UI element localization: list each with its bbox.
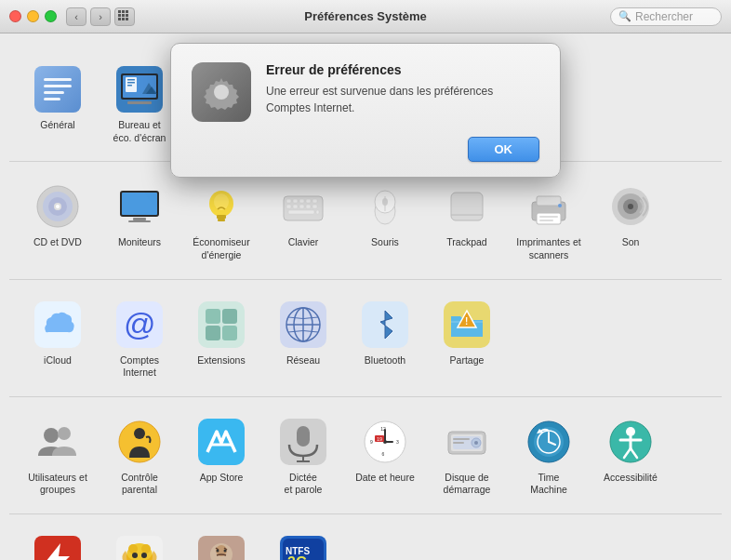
close-button[interactable] [9,10,21,22]
back-button[interactable]: ‹ [66,7,86,26]
nav-buttons: ‹ › [66,7,111,26]
error-dialog: Erreur de préférences Une erreur est sur… [170,43,561,178]
dialog-title: Erreur de préférences [266,62,539,77]
svg-rect-0 [118,10,121,13]
svg-rect-3 [118,14,121,17]
search-box[interactable]: 🔍 Rechercher [610,7,722,26]
dialog-text-area: Erreur de préférences Une erreur est sur… [266,62,539,116]
svg-rect-2 [126,10,128,13]
dialog-buttons: OK [192,137,539,162]
minimize-button[interactable] [27,10,39,22]
svg-rect-1 [122,10,125,13]
window-title: Préférences Système [304,9,427,23]
dialog-message: Une erreur est survenue dans les préfére… [266,83,539,116]
maximize-button[interactable] [45,10,57,22]
svg-rect-4 [122,14,125,17]
ok-button[interactable]: OK [468,137,540,162]
svg-point-148 [214,85,229,100]
window-controls [9,10,57,22]
svg-rect-5 [126,14,128,17]
svg-rect-6 [118,18,121,20]
grid-view-button[interactable] [114,7,135,26]
main-content: Général Bureau [0,33,731,560]
dialog-overlay: Erreur de préférences Une erreur est sur… [0,33,731,560]
titlebar: ‹ › Préférences Système 🔍 Rechercher [0,0,731,33]
svg-rect-7 [122,18,125,20]
dialog-icon-gear [192,62,251,122]
svg-rect-8 [126,18,128,20]
dialog-body: Erreur de préférences Une erreur est sur… [192,62,539,122]
forward-button[interactable]: › [90,7,111,26]
